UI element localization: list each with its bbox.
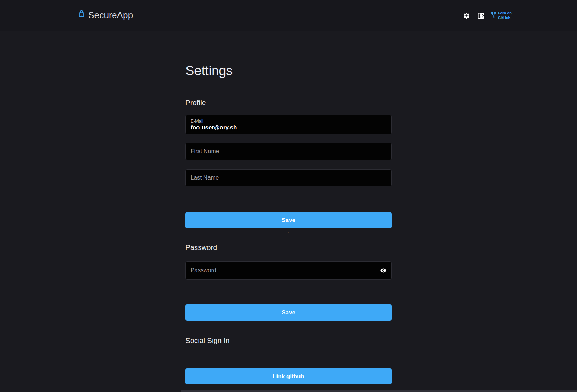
password-save-dot: . (185, 323, 392, 326)
password-field-wrap (185, 261, 392, 280)
brand[interactable]: SecureApp (78, 10, 133, 21)
lock-icon (78, 10, 85, 18)
fork-link-line2: GitHub (498, 16, 511, 20)
email-field[interactable]: E-Mail foo-user@ory.sh (185, 115, 392, 134)
gear-icon (463, 12, 470, 19)
logout-button[interactable] (476, 11, 485, 20)
social-sign-in-heading: Social Sign In (185, 336, 392, 345)
password-heading: Password (185, 243, 392, 252)
logout-door-icon (477, 12, 485, 20)
gear-underline-badge (464, 21, 467, 21)
header: SecureApp (0, 0, 577, 31)
fork-on-github-link[interactable]: Fork on GitHub (491, 11, 512, 21)
email-field-label: E-Mail (191, 118, 386, 124)
fork-link-text: Fork on GitHub (498, 11, 512, 21)
fork-link-line1: Fork on (498, 11, 512, 15)
email-field-value: foo-user@ory.sh (191, 124, 386, 131)
page-title: Settings (185, 63, 392, 79)
first-name-input[interactable] (185, 143, 392, 160)
profile-save-button[interactable]: Save (185, 212, 392, 228)
app-title: SecureApp (88, 10, 133, 21)
header-actions: Fork on GitHub (462, 0, 512, 31)
settings-form-column: Settings Profile E-Mail foo-user@ory.sh … (185, 63, 392, 384)
toggle-password-visibility-button[interactable] (380, 267, 387, 274)
link-github-button[interactable]: Link github (185, 368, 392, 384)
main-content: Settings Profile E-Mail foo-user@ory.sh … (0, 31, 577, 384)
settings-gear-button[interactable] (462, 11, 471, 20)
password-input[interactable] (185, 261, 392, 280)
last-name-input[interactable] (185, 169, 392, 186)
eye-icon (380, 267, 387, 274)
profile-save-dot: . (185, 230, 392, 233)
git-fork-icon (491, 12, 496, 20)
profile-heading: Profile (185, 98, 392, 107)
app-root: SecureApp (0, 0, 577, 384)
password-save-button[interactable]: Save (185, 304, 392, 321)
bottom-strip (181, 390, 577, 392)
